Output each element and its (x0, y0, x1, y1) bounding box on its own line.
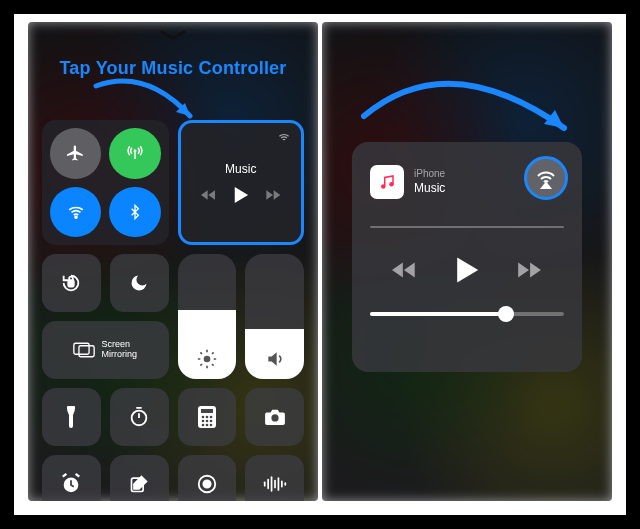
music-expanded-panel: iPhone Music (322, 22, 612, 501)
cellular-antenna-icon (126, 144, 144, 162)
calculator-button[interactable] (178, 388, 237, 446)
music-title: Music (225, 162, 256, 176)
svg-point-2 (75, 216, 77, 218)
svg-point-29 (210, 424, 213, 427)
svg-point-27 (202, 424, 205, 427)
tutorial-frame: Tap Your Music Controller (0, 0, 640, 529)
flashlight-icon (64, 406, 78, 428)
alarm-button[interactable] (42, 455, 101, 501)
rewind-button[interactable] (392, 260, 418, 280)
music-controller-tile[interactable]: Music (178, 120, 305, 245)
waveform-icon (263, 475, 287, 493)
svg-point-24 (202, 420, 205, 423)
volume-track[interactable] (370, 312, 564, 316)
wifi-toggle[interactable] (50, 187, 101, 238)
orientation-lock-button[interactable] (42, 254, 101, 312)
control-center-panel: Tap Your Music Controller (28, 22, 318, 501)
rewind-icon[interactable] (201, 188, 217, 202)
screen-record-button[interactable] (178, 455, 237, 501)
svg-rect-15 (67, 406, 75, 410)
svg-line-32 (63, 474, 67, 477)
svg-point-16 (132, 411, 147, 426)
svg-point-4 (204, 356, 211, 363)
svg-point-0 (134, 150, 136, 152)
annotation-text: Tap Your Music Controller (28, 58, 318, 79)
svg-point-22 (206, 416, 209, 419)
svg-rect-3 (69, 280, 75, 286)
grabber-chevron-icon (160, 30, 186, 40)
progress-track[interactable] (370, 226, 564, 228)
volume-slider[interactable] (245, 254, 304, 379)
hearing-button[interactable] (245, 455, 304, 501)
svg-line-12 (212, 352, 214, 354)
forward-icon[interactable] (265, 188, 281, 202)
rotation-lock-icon (60, 272, 82, 294)
volume-thumb[interactable] (498, 306, 514, 322)
svg-rect-13 (74, 343, 89, 354)
do-not-disturb-button[interactable] (110, 254, 169, 312)
now-playing-card[interactable]: iPhone Music (352, 142, 582, 372)
forward-button[interactable] (516, 260, 542, 280)
timer-button[interactable] (110, 388, 169, 446)
brightness-slider[interactable] (178, 254, 237, 379)
svg-point-26 (210, 420, 213, 423)
compose-icon (129, 474, 149, 494)
airplay-audio-icon (534, 166, 558, 190)
timer-icon (128, 406, 150, 428)
playback-source: iPhone (414, 168, 445, 181)
svg-line-10 (212, 364, 214, 366)
record-icon (196, 473, 218, 495)
svg-point-30 (271, 414, 278, 421)
bluetooth-toggle[interactable] (109, 187, 160, 238)
svg-point-36 (203, 480, 210, 487)
play-button[interactable] (454, 256, 480, 284)
connectivity-module[interactable] (42, 120, 169, 245)
bluetooth-icon (127, 204, 143, 220)
svg-point-28 (206, 424, 209, 427)
svg-rect-20 (201, 409, 213, 413)
airplay-icon (277, 131, 291, 145)
screen-mirroring-icon (73, 342, 95, 358)
flashlight-button[interactable] (42, 388, 101, 446)
svg-point-45 (389, 182, 394, 187)
screen-mirroring-button[interactable]: Screen Mirroring (42, 321, 169, 379)
svg-point-21 (202, 416, 205, 419)
airplane-mode-toggle[interactable] (50, 128, 101, 179)
sun-icon (197, 349, 217, 369)
svg-point-23 (210, 416, 213, 419)
svg-point-25 (206, 420, 209, 423)
svg-line-9 (200, 352, 202, 354)
wifi-icon (67, 203, 85, 221)
camera-icon (264, 408, 286, 426)
moon-icon (129, 273, 149, 293)
alarm-clock-icon (60, 473, 82, 495)
screen-mirroring-label: Screen Mirroring (101, 340, 137, 360)
calculator-icon (198, 406, 216, 428)
svg-line-11 (200, 364, 202, 366)
music-note-icon (378, 173, 396, 191)
airplane-icon (67, 144, 85, 162)
airplay-button[interactable] (524, 156, 568, 200)
svg-point-44 (381, 184, 386, 189)
svg-rect-14 (79, 346, 94, 357)
playback-title: Music (414, 181, 445, 196)
svg-line-33 (76, 474, 80, 477)
camera-button[interactable] (245, 388, 304, 446)
notes-button[interactable] (110, 455, 169, 501)
cellular-data-toggle[interactable] (109, 128, 160, 179)
album-art-placeholder (370, 165, 404, 199)
play-icon[interactable] (233, 186, 249, 204)
volume-track-fill (370, 312, 506, 316)
speaker-icon (265, 349, 285, 369)
